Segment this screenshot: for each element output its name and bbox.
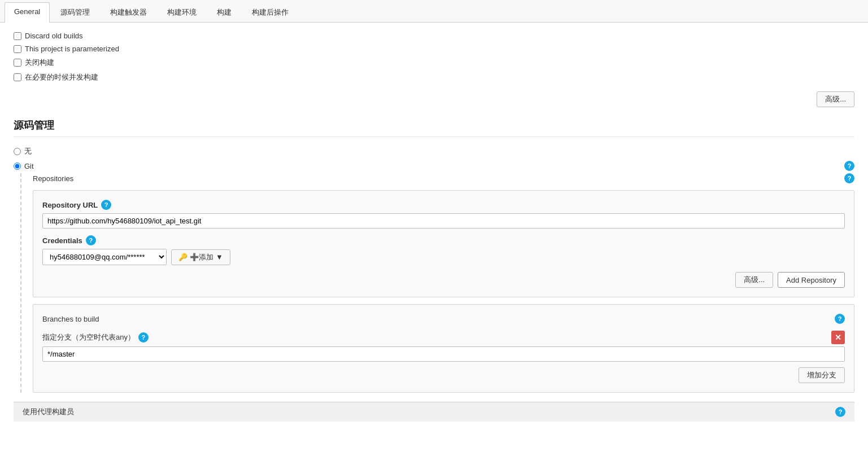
branches-label: Branches to build <box>42 315 99 323</box>
discard-builds-checkbox[interactable] <box>14 32 21 40</box>
tab-source-mgmt[interactable]: 源码管理 <box>51 2 99 22</box>
tab-build[interactable]: 构建 <box>207 2 241 22</box>
branch-specifier-label-row: 指定分支（为空时代表any） ? <box>42 332 149 342</box>
parameterized-checkbox[interactable] <box>14 45 21 53</box>
discard-builds-label: Discard old builds <box>25 32 83 40</box>
tabs-bar: General 源码管理 构建触发器 构建环境 构建 构建后操作 <box>0 0 868 23</box>
repo-actions-row: 高级... Add Repository <box>42 272 845 288</box>
source-mgmt-title: 源码管理 <box>14 118 854 137</box>
tab-general[interactable]: General <box>5 2 50 23</box>
checkbox-row-concurrent: 在必要的时候并发构建 <box>14 72 854 82</box>
general-options-section: Discard old builds This project is param… <box>14 32 854 82</box>
add-credentials-label: ➕添加 <box>190 252 213 262</box>
repositories-help-icon[interactable]: ? <box>844 173 854 183</box>
add-branch-button[interactable]: 增加分支 <box>799 367 845 383</box>
add-credentials-dropdown-icon: ▼ <box>216 253 223 261</box>
repo-url-help-icon[interactable]: ? <box>101 200 111 210</box>
source-mgmt-section: 源码管理 无 Git ? Repositories ? <box>14 118 854 393</box>
repositories-dashed-section: Repositories ? Repository URL ? Credenti… <box>20 173 854 393</box>
scm-none-radio[interactable] <box>14 148 21 155</box>
branch-item: 指定分支（为空时代表any） ? ✕ <box>42 331 845 362</box>
radio-git-inner: Git <box>14 162 34 170</box>
add-branch-row: 增加分支 <box>42 367 845 383</box>
repo-url-field-row: Repository URL ? <box>42 200 845 229</box>
scm-none-label: 无 <box>24 146 32 156</box>
scm-git-row: Git ? <box>14 161 854 171</box>
delete-branch-button[interactable]: ✕ <box>831 331 845 344</box>
concurrent-build-label: 在必要的时候并发构建 <box>25 72 98 82</box>
parameterized-label: This project is parameterized <box>25 45 119 53</box>
advanced-button-top[interactable]: 高级... <box>817 91 854 107</box>
branches-help-icon[interactable]: ? <box>835 314 845 324</box>
branch-specifier-input[interactable] <box>42 346 845 362</box>
main-content: Discard old builds This project is param… <box>0 23 868 470</box>
repo-url-label-row: Repository URL ? <box>42 200 845 210</box>
radio-row-none: 无 <box>14 146 854 156</box>
branch-specifier-label: 指定分支（为空时代表any） <box>42 332 135 342</box>
concurrent-build-checkbox[interactable] <box>14 73 21 81</box>
checkbox-row-disable: 关闭构建 <box>14 58 854 68</box>
add-repository-button[interactable]: Add Repository <box>778 272 845 288</box>
repo-url-label: Repository URL <box>42 201 98 209</box>
repository-box: Repository URL ? Credentials ? hy5468801… <box>33 190 854 297</box>
disable-build-checkbox[interactable] <box>14 59 21 67</box>
tab-post-build[interactable]: 构建后操作 <box>242 2 298 22</box>
tab-build-triggers[interactable]: 构建触发器 <box>101 2 156 22</box>
checkbox-row-discard: Discard old builds <box>14 32 854 40</box>
repo-url-input[interactable] <box>42 213 845 229</box>
credentials-label: Credentials <box>42 236 82 245</box>
branches-header: Branches to build ? <box>42 314 845 324</box>
credentials-row: hy546880109@qq.com/****** 🔑 ➕添加 ▼ <box>42 249 845 265</box>
tab-build-env[interactable]: 构建环境 <box>158 2 206 22</box>
checkbox-row-parameterized: This project is parameterized <box>14 45 854 53</box>
add-credentials-icon: 🔑 <box>178 253 187 261</box>
disable-build-label: 关闭构建 <box>25 58 54 68</box>
bottom-bar-help-icon[interactable]: ? <box>835 407 845 417</box>
bottom-bar: 使用代理构建员 ? <box>14 402 854 421</box>
advanced-btn-row-top: 高级... <box>14 91 854 107</box>
scm-git-label: Git <box>24 162 34 170</box>
repo-advanced-button[interactable]: 高级... <box>735 272 773 288</box>
scm-git-radio[interactable] <box>14 162 21 170</box>
credentials-select[interactable]: hy546880109@qq.com/****** <box>42 249 167 265</box>
credentials-help-icon[interactable]: ? <box>86 235 96 245</box>
repositories-label: Repositories <box>33 174 73 183</box>
repositories-header: Repositories ? <box>33 173 854 183</box>
credentials-field-row: Credentials ? hy546880109@qq.com/****** … <box>42 235 845 265</box>
credentials-label-row: Credentials ? <box>42 235 845 245</box>
bottom-bar-label: 使用代理构建员 <box>23 407 74 417</box>
branch-specifier-help-icon[interactable]: ? <box>138 332 149 342</box>
branch-item-header: 指定分支（为空时代表any） ? ✕ <box>42 331 845 344</box>
add-credentials-button[interactable]: 🔑 ➕添加 ▼ <box>171 249 230 265</box>
branches-section: Branches to build ? 指定分支（为空时代表any） ? ✕ <box>33 304 854 393</box>
git-help-icon[interactable]: ? <box>844 161 854 171</box>
